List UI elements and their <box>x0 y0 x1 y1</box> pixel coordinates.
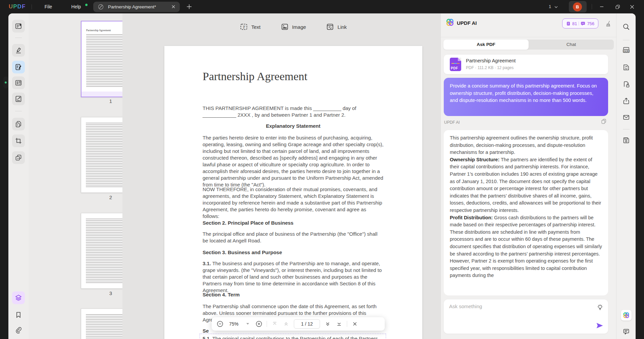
protect-button[interactable] <box>622 80 630 88</box>
pdf-icon-bars <box>451 63 460 64</box>
right-tool-rail: OCR <box>616 13 636 339</box>
text-tool-icon: T <box>240 23 248 31</box>
convert-button[interactable] <box>622 63 630 71</box>
handle-dot <box>5 81 7 83</box>
sign-button[interactable] <box>12 93 25 105</box>
zoom-in-button[interactable] <box>255 320 263 328</box>
rail-divider <box>15 111 22 111</box>
tab-chat[interactable]: Chat <box>529 40 614 50</box>
restore-button[interactable] <box>613 3 622 11</box>
close-window-button[interactable] <box>628 3 636 11</box>
chevron-down-double-icon <box>325 322 330 326</box>
page-indicator[interactable]: 1 / 12 <box>294 319 320 329</box>
minimize-icon <box>600 5 604 9</box>
restore-icon <box>615 5 620 9</box>
first-page-button[interactable] <box>271 320 278 328</box>
bookmarks-button[interactable] <box>12 308 25 321</box>
edit-pdf-button[interactable] <box>12 61 25 73</box>
tab-close-icon[interactable] <box>171 4 176 9</box>
close-icon <box>630 5 634 9</box>
menu-file[interactable]: File <box>40 0 57 13</box>
ask-input-container <box>444 299 608 334</box>
pdf-file-meta: PDF · 111.2 KB · 12 pages <box>466 65 514 70</box>
share-button[interactable] <box>622 97 630 105</box>
pdf-icon-label: PDF <box>451 66 458 70</box>
window-count: 1 <box>549 4 551 9</box>
close-toolbar-button[interactable] <box>351 320 359 328</box>
svg-text:T: T <box>243 25 246 30</box>
pdf-icon-fold <box>458 58 461 61</box>
share-icon <box>623 97 630 105</box>
thumbnail-panel-button[interactable] <box>12 291 25 304</box>
crop-button[interactable] <box>12 134 25 147</box>
document-heading: Section 4. Term <box>203 291 384 298</box>
mail-button[interactable] <box>622 113 630 121</box>
chevron-up-double-icon <box>284 322 288 326</box>
svg-text:OCR: OCR <box>624 50 629 52</box>
response-ownership-text: The partners are identified by the exten… <box>450 157 601 213</box>
prompt-ideas-bulb-icon[interactable] <box>597 304 603 311</box>
convert-icon <box>623 64 630 71</box>
rail-divider <box>623 129 630 129</box>
clear-chat-broom-icon[interactable] <box>605 20 612 27</box>
pdf-page[interactable]: Partnership Agreement THIS PARTNERSHIP A… <box>164 46 422 339</box>
menu-help[interactable]: Help <box>68 0 84 13</box>
assistant-label: UPDF AI <box>444 120 460 125</box>
pdf-file-icon: PDF <box>450 58 461 71</box>
selected-text-block[interactable]: 5.1. The original capital contributions … <box>200 334 386 339</box>
add-text-button[interactable]: T Text <box>240 23 261 31</box>
add-link-button[interactable]: Link <box>326 23 347 31</box>
ask-input[interactable] <box>448 303 591 331</box>
reader-mode-button[interactable] <box>12 20 25 33</box>
organize-pages-button[interactable] <box>12 118 25 130</box>
save-button[interactable] <box>622 136 630 144</box>
feedback-button[interactable] <box>622 328 630 336</box>
zoom-out-icon <box>217 321 223 327</box>
ocr-icon: OCR <box>622 46 630 54</box>
ai-usage-badge[interactable]: 81 756 <box>562 18 598 29</box>
search-button[interactable] <box>622 23 630 31</box>
next-page-button[interactable] <box>324 320 331 328</box>
document-paragraph: The parties hereto desire to enter into … <box>203 134 384 188</box>
rail-divider <box>15 38 22 38</box>
last-page-button[interactable] <box>335 320 343 328</box>
ocr-button[interactable]: OCR <box>622 46 630 54</box>
window-count-dropdown[interactable]: 1 <box>549 0 558 13</box>
comment-highlight-button[interactable] <box>12 44 25 57</box>
minimize-button[interactable] <box>597 3 606 11</box>
updf-ai-button[interactable] <box>621 310 632 321</box>
form-icon <box>15 79 22 87</box>
zoom-out-button[interactable] <box>216 320 224 328</box>
document-paragraph: The principal office and place of busine… <box>203 231 384 244</box>
updf-ai-panel: UPDF AI 81 756 Ask PDF Chat <box>440 13 616 339</box>
add-image-button[interactable]: Image <box>281 23 306 31</box>
panel-collapse-handle[interactable] <box>3 76 8 89</box>
pdf-file-card[interactable]: PDF Partnership Agreement PDF · 111.2 KB… <box>444 55 608 74</box>
send-icon[interactable] <box>596 322 603 329</box>
toolbar-divider <box>267 321 267 327</box>
previous-page-button[interactable] <box>282 320 290 328</box>
ai-panel-title: UPDF AI <box>457 20 477 26</box>
watermark-button[interactable] <box>12 151 25 164</box>
account-button[interactable]: B <box>569 1 587 12</box>
tab-ask-pdf[interactable]: Ask PDF <box>443 40 529 50</box>
thumbnail-panel: Partnership Agreement 1 2 3 <box>29 13 122 339</box>
attachments-button[interactable] <box>12 324 25 337</box>
watermark-icon <box>15 154 22 161</box>
document-lock-icon <box>623 80 630 88</box>
form-button[interactable] <box>12 76 25 89</box>
avatar: B <box>573 2 582 11</box>
save-icon <box>623 136 630 144</box>
zoom-level: 75% <box>228 321 240 327</box>
badge-divider <box>579 21 579 25</box>
document-tab[interactable]: Partnership Agreement* <box>93 2 180 12</box>
zoom-dropdown[interactable] <box>244 320 251 328</box>
highlighter-icon <box>15 47 22 54</box>
new-tab-icon[interactable] <box>185 3 193 11</box>
panel-divider <box>441 37 616 37</box>
copy-response-icon[interactable] <box>601 119 606 124</box>
edit-pdf-icon <box>15 63 22 71</box>
ai-response-text: This partnership agreement outlines the … <box>450 134 602 279</box>
left-tool-rail <box>8 13 29 339</box>
clause-text: The original capital contributions to th… <box>203 336 378 339</box>
